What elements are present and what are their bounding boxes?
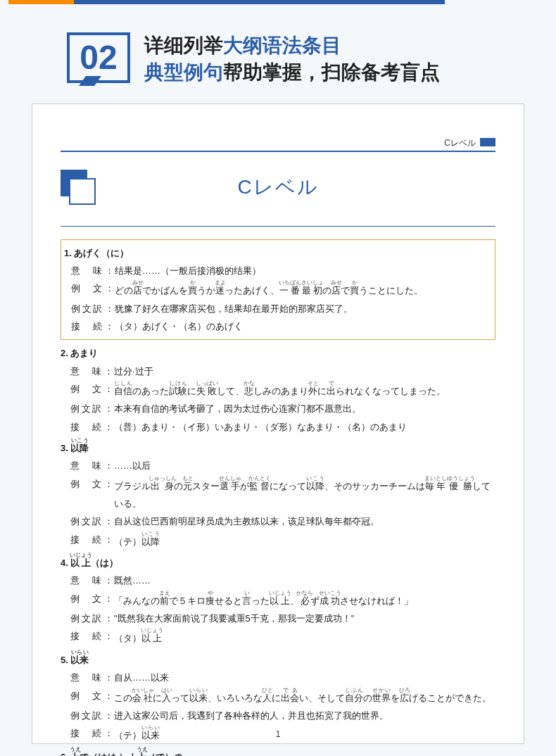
label-connection: 接 続 (61, 317, 105, 335)
translation-text: 本来有自信的考试考砸了，因为太过伤心连家门都不愿意出。 (114, 400, 495, 417)
label-translation: 例文訳 (61, 300, 105, 317)
tab-block-icon (480, 138, 495, 146)
example-text: 「みんなの前まえで５キロ痩やせると言いった以上いじょう、必かならず成功せいこうさ… (114, 590, 495, 610)
entry-title: 6. 上うえで（は/も）｜上うえ（で）の (61, 746, 495, 756)
level-title: Cレベル (99, 174, 495, 201)
connection-text: （普）あまり・（イ形）いあまり・（ダ形）なあまり・（名）のあまり (114, 418, 495, 436)
entry-1: 1. あげく（に） 意 味：结果是……（一般后接消极的结果） 例 文：どの店みせ… (61, 239, 495, 341)
entry-title: 3. 以降いこう (61, 437, 495, 457)
meaning-text: 既然…… (114, 572, 495, 589)
document-page: Cレベル Cレベル 1. あげく（に） 意 味：结果是……（一般后接消极的结果）… (32, 103, 524, 744)
level-squares-icon (61, 170, 99, 205)
translation-text: "既然我在大家面前说了我要减重5千克，那我一定要成功！" (114, 610, 495, 627)
meaning-text: 过分·过于 (114, 363, 495, 380)
top-gradient-bar (8, 0, 445, 4)
meaning-text: 自从……以来 (114, 669, 495, 686)
translation-text: 犹豫了好久在哪家店买包，结果却在最开始的那家店买了。 (115, 300, 492, 317)
header: 02 详细列举大纲语法条目 典型例句帮助掌握，扫除备考盲点 (67, 32, 556, 86)
page-number: 1 (32, 729, 524, 739)
entry-title: 4. 以上いじょう（は） (61, 552, 495, 572)
entry-2: 2. あまり 意 味：过分·过于 例 文：自信じしんのあった試験しけんに失敗しっ… (61, 344, 495, 436)
entry-title: 2. あまり (61, 344, 495, 362)
tab-label: Cレベル (444, 138, 476, 148)
entry-4: 4. 以上いじょう（は） 意 味：既然…… 例 文：「みんなの前まえで５キロ痩や… (61, 552, 495, 648)
meaning-text: ……以后 (114, 457, 495, 474)
translation-text: 进入这家公司后，我遇到了各种各样的人，并且也拓宽了我的世界。 (114, 707, 495, 724)
section-number: 02 (80, 41, 117, 75)
title-line1-dark: 详细列举 (144, 34, 223, 56)
label-example: 例 文 (61, 279, 105, 299)
title-line2-dark: 帮助掌握，扫除备考盲点 (223, 61, 440, 83)
example-text: ブラジル出身しゅっしんの元もとスター選手せんしゅが監督かんとくになって以降いこう… (114, 475, 495, 513)
connection-text: （テ）以降いこう (114, 531, 495, 550)
entry-6: 6. 上うえで（は/も）｜上うえ（で）の 意 味：在……的基础上 (61, 746, 495, 756)
page-header-tab: Cレベル (61, 136, 495, 152)
meaning-text: 结果是……（一般后接消极的结果） (115, 262, 492, 279)
example-text: どの店みせでかばんを買かうか迷まよったあげく、一番最初いちばんさいしょの店みせで… (115, 279, 492, 299)
section-number-badge: 02 (67, 32, 130, 83)
badge-accent-shape (79, 76, 101, 86)
entry-3: 3. 以降いこう 意 味：……以后 例 文：ブラジル出身しゅっしんの元もとスター… (61, 437, 495, 550)
example-text: この会社かいしゃに入はいって以来いらい、いろいろな人ひとに出会であい、そして自分… (114, 687, 495, 707)
level-header: Cレベル (61, 170, 495, 205)
translation-text: 自从这位巴西前明星球员成为主教练以来，该足球队每年都夺冠。 (114, 512, 495, 530)
title-line2-blue: 典型例句 (144, 61, 223, 83)
entry-title: 5. 以来いらい (61, 649, 495, 669)
entries: 1. あげく（に） 意 味：结果是……（一般后接消极的结果） 例 文：どの店みせ… (61, 239, 495, 756)
entry-title: 1. あげく（に） (61, 244, 492, 262)
label-meaning: 意 味 (61, 262, 105, 279)
section-title: 详细列举大纲语法条目 典型例句帮助掌握，扫除备考盲点 (144, 32, 440, 86)
connection-text: （タ）あげく・（名）のあげく (115, 317, 492, 335)
example-text: 自信じしんのあった試験しけんに失敗しっぱいして、悲かなしみのあまり外そとに出でら… (114, 380, 495, 400)
connection-text: （タ）以上いじょう (114, 627, 495, 647)
title-line1-blue: 大纲语法条目 (223, 34, 341, 56)
rule-line (61, 226, 495, 227)
